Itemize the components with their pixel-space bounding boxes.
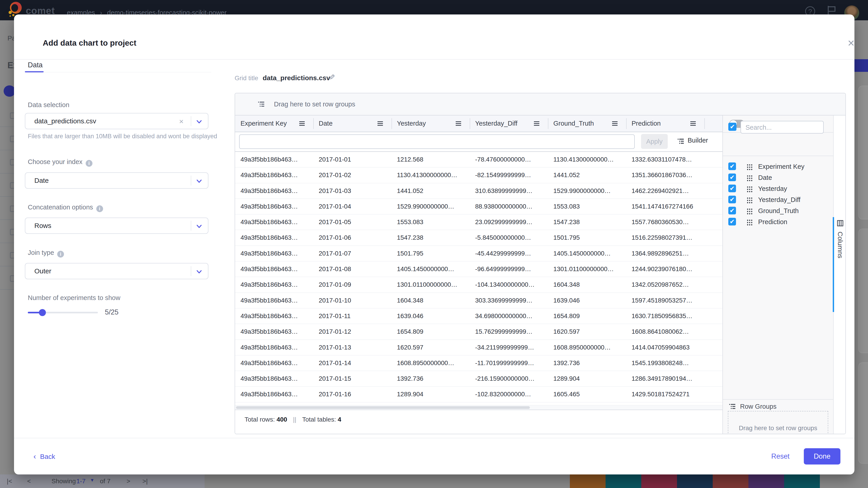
column-list-item[interactable]: ✔ Experiment Key <box>723 161 834 172</box>
reset-button[interactable]: Reset <box>771 452 789 460</box>
column-checkbox[interactable]: ✔ <box>728 185 736 192</box>
bg-primary-button <box>852 59 868 72</box>
chevron-down-icon[interactable] <box>196 269 202 275</box>
pagination-first-icon[interactable]: |< <box>7 478 12 485</box>
row-groups-section-icon <box>729 403 737 412</box>
pagination-of-label: of 7 <box>100 478 111 485</box>
table-row[interactable]: 49a3f5bb186b463… 2017-01-04 1529.9900000… <box>235 199 737 215</box>
column-header[interactable]: Prediction <box>626 116 704 132</box>
chevron-down-icon[interactable] <box>196 223 202 229</box>
pagination-next-icon[interactable]: > <box>127 478 130 485</box>
tab-data[interactable]: Data <box>28 61 42 69</box>
column-checkbox[interactable]: ✔ <box>728 196 736 203</box>
info-icon[interactable]: i <box>86 160 92 167</box>
grid-header-row: Experiment Key Date Yesterday <box>235 116 722 132</box>
column-header[interactable]: Experiment Key <box>235 116 313 132</box>
column-menu-icon[interactable] <box>612 121 618 127</box>
table-row[interactable]: 49a3f5bb186b463… 2017-01-03 1441.052 310… <box>235 183 737 199</box>
join-type-select[interactable]: Outer <box>25 263 209 279</box>
column-list-item[interactable]: ✔ Date <box>723 172 834 183</box>
column-menu-icon[interactable] <box>299 121 305 127</box>
column-header[interactable]: Yesterday <box>392 116 470 132</box>
pagination-last-icon[interactable]: >| <box>143 478 148 485</box>
columns-tab-label[interactable]: Columns <box>836 232 844 258</box>
drag-grip-icon[interactable] <box>746 219 752 225</box>
table-row[interactable]: 49a3f5bb186b463… 2017-01-07 1501.795 -45… <box>235 246 737 261</box>
drag-grip-icon[interactable] <box>746 186 752 192</box>
data-grid: Drag here to set row groups Experiment K… <box>235 93 846 434</box>
table-row[interactable]: 49a3f5bb186b463… 2017-01-13 1620.597 -34… <box>235 340 737 355</box>
data-selection-label: Data selection <box>28 101 69 109</box>
column-search-input[interactable]: Search... <box>741 121 824 133</box>
column-menu-icon[interactable] <box>690 121 696 127</box>
join-type-label: Join typei <box>28 249 64 258</box>
columns-tab-icon <box>837 220 844 228</box>
column-checkbox[interactable]: ✔ <box>728 218 736 225</box>
info-icon[interactable]: i <box>57 251 64 258</box>
table-row[interactable]: 49a3f5bb186b463… 2017-01-15 1392.736 -21… <box>235 371 737 387</box>
drag-grip-icon[interactable] <box>746 197 752 203</box>
drag-grip-icon[interactable] <box>746 207 752 215</box>
row-groups-dropzone[interactable]: Drag here to set row groups <box>235 93 846 116</box>
table-row[interactable]: 49a3f5bb186b463… 2017-01-06 1547.238 -5.… <box>235 230 737 246</box>
columns-tab-strip: Columns <box>833 116 846 434</box>
table-row[interactable]: 49a3f5bb186b463… 2017-01-10 1604.348 303… <box>235 293 737 308</box>
clear-icon[interactable]: × <box>179 117 184 126</box>
table-row[interactable]: 49a3f5bb186b463… 2017-01-14 1608.8950000… <box>235 355 737 371</box>
row-groups-icon <box>258 101 266 109</box>
back-button[interactable]: ‹Back <box>33 452 55 461</box>
drag-grip-icon[interactable] <box>746 163 752 170</box>
table-row[interactable]: 49a3f5bb186b463… 2017-01-16 1289.904 -10… <box>235 387 737 402</box>
pagination-caret-icon[interactable]: ▼ <box>90 478 94 483</box>
table-row[interactable]: 49a3f5bb186b463… 2017-01-11 1639.046 34.… <box>235 308 737 324</box>
choose-index-label: Choose your indexi <box>28 158 92 167</box>
bg-card <box>858 86 868 219</box>
table-row[interactable]: 49a3f5bb186b463… 2017-01-01 1212.568 -78… <box>235 152 737 167</box>
column-checkbox[interactable]: ✔ <box>728 173 736 181</box>
experiments-slider[interactable] <box>28 312 98 313</box>
apply-button[interactable]: Apply <box>641 134 668 149</box>
drag-grip-icon[interactable] <box>746 174 752 181</box>
table-row[interactable]: 49a3f5bb186b463… 2017-01-05 1553.083 23.… <box>235 215 737 230</box>
column-menu-icon[interactable] <box>455 121 462 127</box>
filter-row: Apply Builder <box>235 132 737 151</box>
table-row[interactable]: 49a3f5bb186b463… 2017-01-02 1130.4130000… <box>235 167 737 183</box>
bg-pagination-bar: |< < Showing 1-7 ▼ of 7 > >| <box>0 475 205 488</box>
info-icon[interactable]: i <box>96 205 103 212</box>
column-list-item[interactable]: ✔ Ground_Truth <box>723 205 834 217</box>
select-all-checkbox[interactable]: ✔ <box>728 123 737 131</box>
column-list-item[interactable]: ✔ Yesterday <box>723 183 834 194</box>
concat-options-label: Concatenation optionsi <box>28 203 103 212</box>
pagination-range[interactable]: 1-7 <box>76 478 86 485</box>
pagination-prev-icon[interactable]: < <box>27 478 31 485</box>
edit-pencil-icon[interactable]: ✎ <box>329 73 335 82</box>
column-checkbox[interactable]: ✔ <box>728 162 736 170</box>
done-button[interactable]: Done <box>804 448 840 464</box>
chevron-down-icon[interactable] <box>196 119 202 125</box>
chevron-left-icon: ‹ <box>33 452 36 460</box>
column-list: ✔ Experiment Key ✔ Date ✔ Yesterday <box>723 161 834 228</box>
table-row[interactable]: 49a3f5bb186b463… 2017-01-12 1654.809 15.… <box>235 324 737 339</box>
grid-body: 49a3f5bb186b463… 2017-01-01 1212.568 -78… <box>235 152 737 402</box>
concat-options-select[interactable]: Rows <box>25 218 209 234</box>
column-list-item[interactable]: ✔ Yesterday_Diff <box>723 194 834 205</box>
slider-knob[interactable] <box>39 309 46 316</box>
column-menu-icon[interactable] <box>533 121 540 127</box>
choose-index-select[interactable]: Date <box>25 172 209 189</box>
horizontal-scrollbar[interactable] <box>235 405 737 410</box>
builder-toggle[interactable]: Builder <box>688 137 708 144</box>
close-icon[interactable]: × <box>848 37 855 49</box>
data-selection-select[interactable]: data_predictions.csv × <box>25 113 209 129</box>
bg-color-blocks <box>570 474 820 488</box>
row-groups-dropzone-box[interactable]: Drag here to set row groups <box>728 411 828 434</box>
column-header[interactable]: Yesterday_Diff <box>470 116 548 132</box>
chevron-down-icon[interactable] <box>196 178 202 184</box>
column-header[interactable]: Date <box>313 116 392 132</box>
filter-input[interactable] <box>239 134 635 149</box>
column-checkbox[interactable]: ✔ <box>728 207 736 215</box>
column-header[interactable]: Ground_Truth <box>548 116 626 132</box>
column-list-item[interactable]: ✔ Prediction <box>723 217 834 228</box>
table-row[interactable]: 49a3f5bb186b463… 2017-01-08 1405.1450000… <box>235 261 737 277</box>
column-menu-icon[interactable] <box>377 121 383 127</box>
table-row[interactable]: 49a3f5bb186b463… 2017-01-09 1301.0110000… <box>235 277 737 293</box>
